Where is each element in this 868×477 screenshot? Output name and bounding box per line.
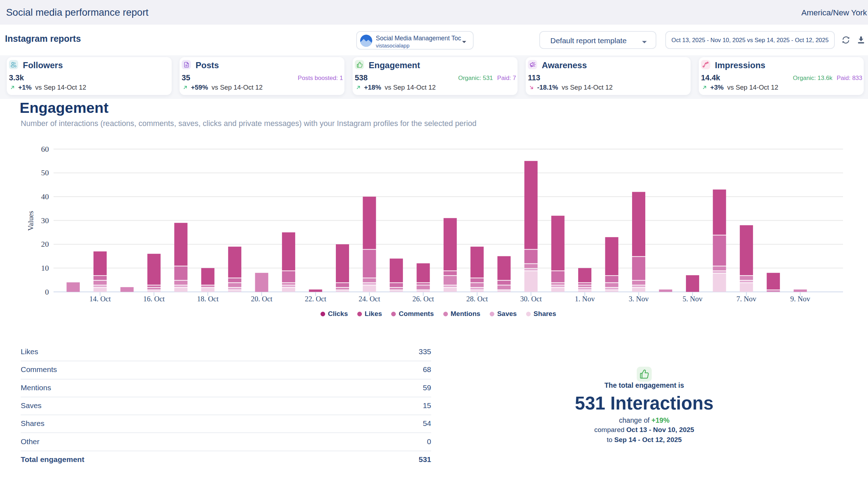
svg-text:14. Oct: 14. Oct — [89, 295, 111, 303]
svg-text:1. Nov: 1. Nov — [575, 295, 595, 303]
svg-text:50: 50 — [41, 168, 49, 177]
svg-text:30: 30 — [41, 216, 49, 225]
svg-text:22. Oct: 22. Oct — [305, 295, 327, 303]
svg-text:3. Nov: 3. Nov — [629, 295, 649, 303]
svg-text:26. Oct: 26. Oct — [413, 295, 434, 303]
svg-text:28. Oct: 28. Oct — [466, 295, 488, 303]
svg-text:40: 40 — [41, 192, 49, 201]
svg-text:20: 20 — [41, 240, 49, 248]
svg-text:7. Nov: 7. Nov — [736, 295, 757, 303]
svg-text:18. Oct: 18. Oct — [197, 295, 219, 303]
svg-text:0: 0 — [45, 287, 49, 296]
svg-text:10: 10 — [41, 263, 49, 272]
svg-text:60: 60 — [41, 145, 49, 154]
svg-text:30. Oct: 30. Oct — [520, 295, 542, 303]
svg-text:24. Oct: 24. Oct — [359, 295, 380, 303]
svg-text:9. Nov: 9. Nov — [790, 295, 811, 303]
svg-text:20. Oct: 20. Oct — [251, 295, 273, 303]
svg-text:16. Oct: 16. Oct — [143, 295, 165, 303]
svg-text:5. Nov: 5. Nov — [682, 295, 703, 303]
